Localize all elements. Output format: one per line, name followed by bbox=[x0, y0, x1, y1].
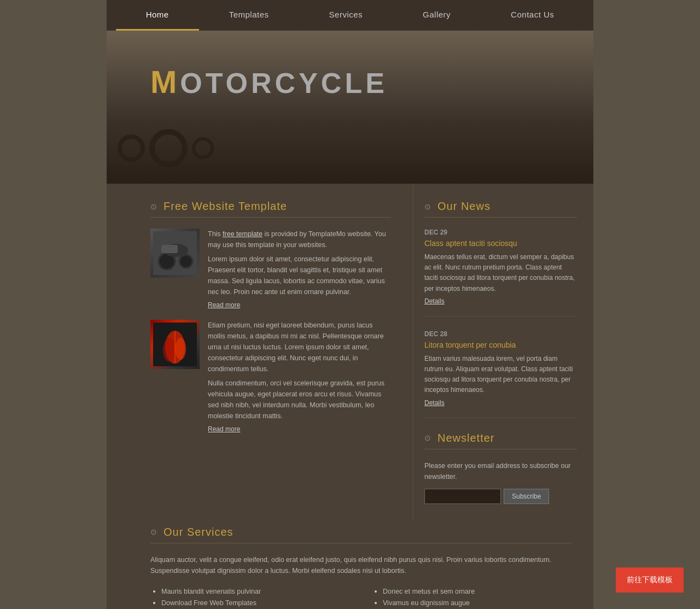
free-template-heading: Free Website Template bbox=[164, 200, 287, 213]
svg-point-7 bbox=[163, 338, 176, 362]
newsletter-section: Newsletter Please enter you email addres… bbox=[424, 432, 577, 504]
hero-title-rest: OTORCYCLE bbox=[180, 67, 388, 99]
nav-link-home[interactable]: Home bbox=[116, 0, 199, 31]
service-link-2[interactable]: Download Free Web Templates bbox=[161, 599, 256, 607]
wing-icon-newsletter bbox=[424, 434, 433, 442]
wing-icon-1 bbox=[150, 202, 159, 211]
left-column: Free Website Template This bbox=[107, 184, 413, 520]
nav-item-gallery[interactable]: Gallery bbox=[393, 0, 481, 31]
svg-point-2 bbox=[179, 255, 192, 268]
service-link-5[interactable]: Donec et metus et sem ornare bbox=[383, 588, 475, 595]
services-list-2: Donec et metus et sem ornare Vivamus eu … bbox=[372, 587, 571, 610]
free-template-header: Free Website Template bbox=[150, 200, 391, 218]
service-list-item: Vivamus eu dignissim augue bbox=[383, 599, 571, 607]
read-more-link-2[interactable]: Read more bbox=[208, 425, 240, 433]
news-text-1: Maecenas tellus erat, dictum vel semper … bbox=[424, 252, 577, 294]
service-link-1[interactable]: Mauris blandit venenatis pulvinar bbox=[161, 588, 261, 595]
hero-banner: MOTORCYCLE bbox=[107, 31, 593, 184]
content-image-2 bbox=[150, 320, 200, 369]
svg-point-8 bbox=[175, 338, 186, 360]
service-list-item: Mauris blandit venenatis pulvinar bbox=[161, 587, 350, 595]
nav-link-services[interactable]: Services bbox=[299, 0, 393, 29]
our-news-header: Our News bbox=[424, 200, 577, 218]
hero-title: MOTORCYCLE bbox=[150, 63, 388, 100]
newsletter-form: Subscribe bbox=[424, 489, 577, 504]
main-nav: Home Templates Services Gallery Contact … bbox=[107, 0, 593, 31]
newsletter-email-input[interactable] bbox=[424, 489, 501, 504]
news-item-1: DEC 29 Class aptent taciti sociosqu Maec… bbox=[424, 229, 577, 317]
service-list-item: Donec et metus et sem ornare bbox=[383, 587, 571, 595]
nav-item-contact[interactable]: Contact Us bbox=[481, 0, 584, 31]
news-date-1: DEC 29 bbox=[424, 229, 577, 236]
download-button[interactable]: 前往下载模板 bbox=[616, 567, 684, 593]
services-lists: Mauris blandit venenatis pulvinar Downlo… bbox=[150, 587, 571, 610]
news-details-2[interactable]: Details bbox=[424, 399, 445, 407]
newsletter-subscribe-button[interactable]: Subscribe bbox=[504, 489, 549, 504]
our-services-heading: Our Services bbox=[164, 526, 234, 538]
content-text-1-para2: Lorem ipsum dolor sit amet, consectetur … bbox=[208, 254, 391, 297]
services-description: Aliquam auctor, velit a congue eleifend,… bbox=[150, 554, 571, 576]
service-link-6[interactable]: Vivamus eu dignissim augue bbox=[383, 599, 470, 607]
newsletter-description: Please enter you email address to subscr… bbox=[424, 460, 577, 482]
content-text-2-para1: Etiam pretium, nisi eget laoreet bibendu… bbox=[208, 320, 391, 374]
nav-item-services[interactable]: Services bbox=[299, 0, 393, 31]
newsletter-header: Newsletter bbox=[424, 432, 577, 449]
nav-link-gallery[interactable]: Gallery bbox=[393, 0, 481, 29]
content-image-1 bbox=[150, 229, 200, 278]
hero-title-m: M bbox=[150, 64, 180, 99]
content-text-2-para2: Nulla condimentum, orci vel scelerisque … bbox=[208, 378, 391, 421]
right-column: Our News DEC 29 Class aptent taciti soci… bbox=[413, 184, 593, 520]
free-template-link[interactable]: free template bbox=[223, 230, 262, 238]
services-list-1: Mauris blandit venenatis pulvinar Downlo… bbox=[150, 587, 350, 610]
content-text-1-para1: This free template is provided by Templa… bbox=[208, 229, 391, 250]
content-text-2: Etiam pretium, nisi eget laoreet bibendu… bbox=[208, 320, 391, 433]
content-text-1: This free template is provided by Templa… bbox=[208, 229, 391, 309]
news-title-1[interactable]: Class aptent taciti sociosqu bbox=[424, 239, 577, 248]
content-area: Free Website Template This bbox=[107, 184, 593, 520]
news-date-2: DEC 28 bbox=[424, 330, 577, 338]
nav-link-contact[interactable]: Contact Us bbox=[481, 0, 584, 29]
content-block-2: Etiam pretium, nisi eget laoreet bibendu… bbox=[150, 320, 391, 444]
content-block-1: This free template is provided by Templa… bbox=[150, 229, 391, 309]
hero-bottom-fade bbox=[107, 162, 593, 184]
nav-item-templates[interactable]: Templates bbox=[199, 0, 299, 31]
nav-link-templates[interactable]: Templates bbox=[199, 0, 299, 29]
our-services-header: Our Services bbox=[150, 526, 571, 543]
wing-icon-services bbox=[150, 528, 159, 536]
svg-rect-4 bbox=[161, 245, 178, 253]
news-text-2: Etiam varius malesuada lorem, vel porta … bbox=[424, 354, 577, 396]
service-list-item: Download Free Web Templates bbox=[161, 599, 350, 607]
news-details-1[interactable]: Details bbox=[424, 297, 445, 305]
nav-item-home[interactable]: Home bbox=[116, 0, 199, 31]
our-news-heading: Our News bbox=[438, 200, 491, 213]
wing-icon-news bbox=[424, 202, 433, 211]
news-title-2[interactable]: Litora torquent per conubia bbox=[424, 341, 577, 349]
read-more-link-1[interactable]: Read more bbox=[208, 301, 240, 309]
news-item-2: DEC 28 Litora torquent per conubia Etiam… bbox=[424, 330, 577, 418]
services-section: Our Services Aliquam auctor, velit a con… bbox=[107, 520, 593, 610]
newsletter-heading: Newsletter bbox=[438, 432, 494, 444]
